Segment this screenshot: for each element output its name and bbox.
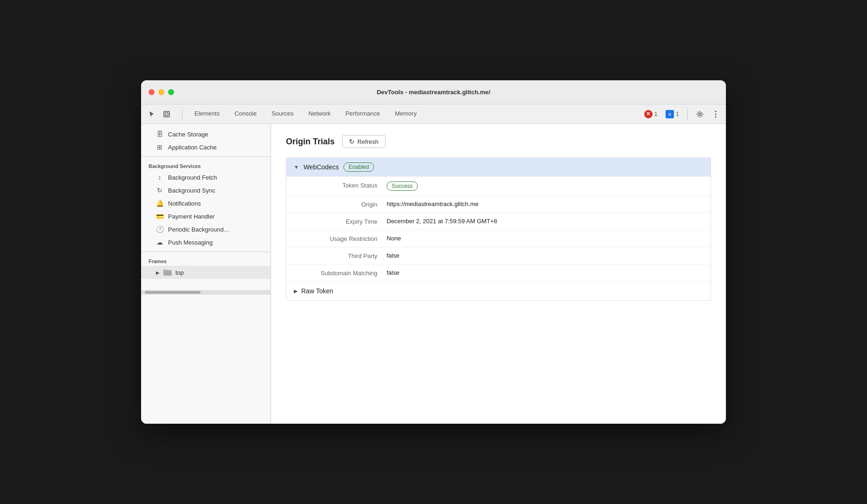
- sidebar-scrollbar-thumb[interactable]: [145, 291, 201, 294]
- titlebar: DevTools - mediastreamtrack.glitch.me/: [141, 80, 726, 104]
- frames-header: Frames: [141, 255, 271, 266]
- cursor-icon[interactable]: [145, 107, 159, 121]
- toolbar-right-divider: [687, 109, 688, 119]
- sidebar-item-background-sync[interactable]: ↻ Background Sync: [141, 184, 271, 197]
- more-options-icon[interactable]: [709, 108, 722, 121]
- periodic-background-icon: 🕐: [156, 226, 163, 233]
- detail-row-token-status: Token Status Success: [286, 176, 711, 195]
- third-party-value: false: [387, 252, 399, 259]
- main-panel: Origin Trials ↻ Refresh ▼ WebCodecs Enab…: [271, 124, 726, 424]
- svg-point-4: [715, 113, 717, 115]
- tab-performance[interactable]: Performance: [338, 104, 387, 123]
- panel-header: Origin Trials ↻ Refresh: [286, 135, 711, 148]
- third-party-label: Third Party: [294, 252, 387, 259]
- toolbar-tabs: Elements Console Sources Network Perform…: [187, 104, 424, 123]
- refresh-label: Refresh: [357, 138, 379, 145]
- tab-memory[interactable]: Memory: [388, 104, 424, 123]
- sidebar-scrollbar[interactable]: [141, 290, 271, 295]
- sidebar-item-notifications[interactable]: 🔔 Notifications: [141, 197, 271, 210]
- tab-sources[interactable]: Sources: [264, 104, 301, 123]
- info-count: 1: [676, 111, 679, 117]
- frames-section: Frames ▶ top: [141, 255, 271, 279]
- subdomain-matching-label: Subdomain Matching: [294, 269, 387, 277]
- sidebar-divider-1: [141, 156, 271, 157]
- svg-rect-8: [163, 269, 167, 271]
- token-status-value: Success: [387, 181, 418, 191]
- usage-restriction-value: None: [387, 235, 401, 242]
- sidebar-item-payment-handler[interactable]: 💳 Payment Handler: [141, 210, 271, 223]
- storage-section: 🗄 Cache Storage ⊞ Application Cache: [141, 128, 271, 154]
- svg-point-5: [715, 116, 717, 117]
- error-count: 1: [654, 111, 658, 117]
- info-icon: ≡: [666, 110, 674, 118]
- tab-console[interactable]: Console: [227, 104, 264, 123]
- sidebar-label-notifications: Notifications: [168, 200, 201, 207]
- sidebar-label-background-fetch: Background Fetch: [168, 174, 217, 181]
- tab-elements[interactable]: Elements: [187, 104, 227, 123]
- frames-top-label: top: [175, 269, 184, 276]
- detail-row-usage-restriction: Usage Restriction None: [286, 230, 711, 247]
- svg-rect-1: [165, 113, 168, 116]
- expiry-time-value: December 2, 2021 at 7:59:59 AM GMT+8: [387, 218, 497, 225]
- trial-details: Token Status Success Origin https://medi…: [286, 176, 711, 300]
- trial-header[interactable]: ▼ WebCodecs Enabled: [286, 158, 711, 176]
- detail-row-origin: Origin https://mediastreamtrack.glitch.m…: [286, 195, 711, 213]
- inspect-icon[interactable]: [160, 107, 174, 121]
- traffic-lights: [149, 89, 174, 95]
- trial-expand-icon: ▼: [294, 164, 299, 170]
- trial-name: WebCodecs: [304, 163, 339, 171]
- toolbar-right: ✕ 1 ≡ 1: [641, 108, 722, 121]
- error-badge-button[interactable]: ✕ 1: [641, 109, 660, 120]
- sidebar: 🗄 Cache Storage ⊞ Application Cache Back…: [141, 124, 271, 424]
- background-sync-icon: ↻: [156, 187, 163, 194]
- sidebar-label-payment-handler: Payment Handler: [168, 213, 214, 220]
- detail-row-expiry-time: Expiry Time December 2, 2021 at 7:59:59 …: [286, 213, 711, 230]
- refresh-button[interactable]: ↻ Refresh: [342, 135, 386, 148]
- token-status-label: Token Status: [294, 181, 387, 189]
- sidebar-item-push-messaging[interactable]: ☁ Push Messaging: [141, 236, 271, 249]
- main-content: 🗄 Cache Storage ⊞ Application Cache Back…: [141, 124, 726, 424]
- sidebar-label-application-cache: Application Cache: [168, 144, 217, 151]
- close-button[interactable]: [149, 89, 155, 95]
- application-cache-icon: ⊞: [156, 143, 163, 151]
- origin-label: Origin: [294, 200, 387, 208]
- sidebar-item-periodic-background[interactable]: 🕐 Periodic Background…: [141, 223, 271, 236]
- settings-icon[interactable]: [693, 108, 706, 121]
- folder-icon: [163, 269, 172, 276]
- sidebar-item-frames-top[interactable]: ▶ top: [141, 266, 271, 279]
- origin-value: https://mediastreamtrack.glitch.me: [387, 200, 479, 207]
- panel-title: Origin Trials: [286, 137, 335, 147]
- raw-token-expand-icon: ▶: [294, 288, 298, 294]
- sidebar-item-application-cache[interactable]: ⊞ Application Cache: [141, 141, 271, 154]
- sidebar-divider-2: [141, 252, 271, 252]
- payment-handler-icon: 💳: [156, 213, 163, 220]
- refresh-icon: ↻: [349, 138, 355, 145]
- sidebar-item-cache-storage[interactable]: 🗄 Cache Storage: [141, 128, 271, 141]
- window-title: DevTools - mediastreamtrack.glitch.me/: [377, 89, 491, 96]
- raw-token-row[interactable]: ▶ Raw Token: [286, 281, 711, 300]
- sidebar-item-background-fetch[interactable]: ↕ Background Fetch: [141, 171, 271, 184]
- toolbar: Elements Console Sources Network Perform…: [141, 104, 726, 124]
- sidebar-label-push-messaging: Push Messaging: [168, 239, 213, 246]
- enabled-badge: Enabled: [343, 162, 374, 172]
- svg-point-3: [715, 110, 717, 112]
- background-services-section: Background Services ↕ Background Fetch ↻…: [141, 160, 271, 249]
- background-services-header: Background Services: [141, 160, 271, 171]
- sidebar-label-background-sync: Background Sync: [168, 187, 215, 194]
- tab-network[interactable]: Network: [301, 104, 338, 123]
- usage-restriction-label: Usage Restriction: [294, 235, 387, 242]
- subdomain-matching-value: false: [387, 269, 399, 276]
- push-messaging-icon: ☁: [156, 239, 163, 246]
- detail-row-third-party: Third Party false: [286, 247, 711, 264]
- sidebar-label-cache-storage: Cache Storage: [168, 131, 208, 138]
- devtools-window: DevTools - mediastreamtrack.glitch.me/ E…: [141, 80, 726, 424]
- maximize-button[interactable]: [168, 89, 174, 95]
- trial-section: ▼ WebCodecs Enabled Token Status Success…: [286, 157, 711, 301]
- notifications-icon: 🔔: [156, 200, 163, 207]
- minimize-button[interactable]: [158, 89, 164, 95]
- toolbar-icons: [145, 107, 174, 121]
- info-badge-button[interactable]: ≡ 1: [663, 109, 682, 120]
- error-icon: ✕: [644, 110, 653, 118]
- svg-rect-0: [164, 111, 169, 117]
- sidebar-label-periodic-background: Periodic Background…: [168, 226, 230, 233]
